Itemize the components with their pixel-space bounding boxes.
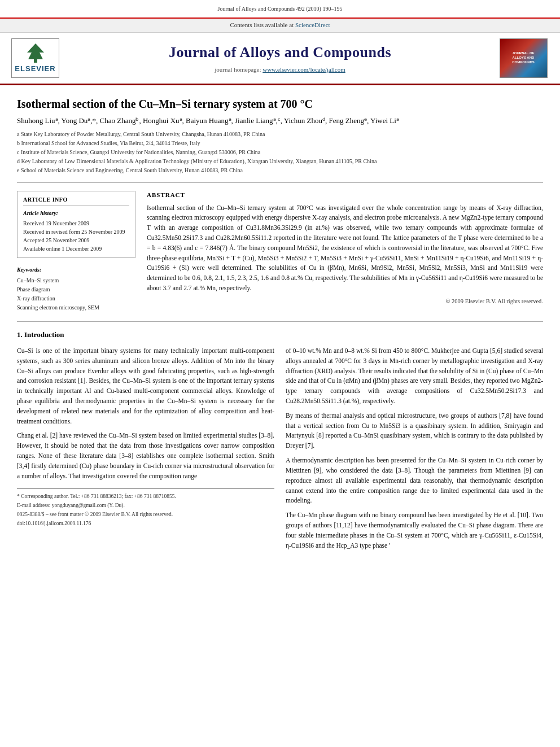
body-col-left: Cu–Si is one of the important binary sys… — [17, 346, 274, 555]
journal-title-text: Journal of Alloys and Compounds — [62, 42, 498, 63]
keyword-4: Scanning electron microscopy, SEM — [17, 303, 135, 312]
elsevier-box: ELSEVIER — [11, 38, 59, 78]
authors-text: Shuhong Liuᵃ, Yong Duᵃ,*, Chao Zhangᵇ, H… — [17, 116, 399, 125]
contents-text: Contents lists available at — [230, 21, 294, 28]
affiliation-a: a State Key Laboratory of Powder Metallu… — [17, 130, 543, 138]
keyword-1: Cu–Mn–Si system — [17, 276, 135, 285]
journal-right-logo: JOURNAL OF ALLOYS AND COMPOUNDS — [498, 38, 549, 78]
body-para4: By means of thermal analysis and optical… — [286, 411, 543, 451]
contents-bar: Contents lists available at ScienceDirec… — [0, 19, 560, 33]
elsevier-tree-svg — [21, 41, 50, 64]
svg-rect-2 — [34, 59, 37, 63]
keywords-label: Keywords: — [17, 266, 135, 274]
journal-main-title: Journal of Alloys and Compounds journal … — [62, 42, 498, 75]
footnote-corresponding: * Corresponding author. Tel.: +86 731 88… — [17, 492, 274, 500]
footnote-area: * Corresponding author. Tel.: +86 731 88… — [17, 488, 274, 528]
affiliations: a State Key Laboratory of Powder Metallu… — [17, 130, 543, 174]
divider-2 — [17, 321, 543, 322]
body-para1: Cu–Si is one of the important binary sys… — [17, 346, 274, 427]
copyright-line: © 2009 Elsevier B.V. All rights reserved… — [147, 297, 543, 305]
divider-1 — [17, 182, 543, 183]
journal-citation: Journal of Alloys and Compounds 492 (201… — [218, 6, 343, 12]
journal-homepage: journal homepage: www.elsevier.com/locat… — [62, 65, 498, 75]
journal-logo-label: JOURNAL OF ALLOYS AND COMPOUNDS — [512, 51, 535, 64]
article-info-box: ARTICLE INFO Article history: Received 1… — [17, 191, 135, 258]
journal-header: Journal of Alloys and Compounds 492 (201… — [0, 0, 560, 19]
body-para6: The Cu–Mn phase diagram with no binary c… — [286, 510, 543, 551]
elsevier-wordmark: ELSEVIER — [15, 64, 55, 75]
affiliation-b: b International School for Advanced Stud… — [17, 139, 543, 147]
body-para5: A thermodynamic description has been pre… — [286, 456, 543, 506]
authors-line: Shuhong Liuᵃ, Yong Duᵃ,*, Chao Zhangᵇ, H… — [17, 116, 543, 126]
abstract-title: ABSTRACT — [147, 191, 543, 200]
available-date: Available online 1 December 2009 — [23, 244, 129, 253]
keyword-2: Phase diagram — [17, 285, 135, 294]
keyword-3: X-ray diffraction — [17, 294, 135, 303]
abstract-section: ABSTRACT Isothermal section of the Cu–Mn… — [147, 191, 543, 305]
article-info-col: ARTICLE INFO Article history: Received 1… — [17, 191, 135, 313]
homepage-link[interactable]: www.elsevier.com/locate/jallcom — [262, 66, 345, 73]
page: Journal of Alloys and Compounds 492 (201… — [0, 0, 560, 747]
section1-heading: 1. Introduction — [17, 330, 543, 340]
journal-title-banner: ELSEVIER Journal of Alloys and Compounds… — [0, 33, 560, 85]
homepage-label: journal homepage: — [215, 66, 261, 73]
footnote-email: E-mail address: yongduyang@gmail.com (Y.… — [17, 501, 274, 509]
elsevier-logo-area: ELSEVIER — [11, 38, 62, 78]
article-history-label: Article history: — [23, 209, 129, 218]
sciencedirect-link[interactable]: ScienceDirect — [295, 21, 330, 28]
keywords-box: Keywords: Cu–Mn–Si system Phase diagram … — [17, 266, 135, 313]
accepted-date: Accepted 25 November 2009 — [23, 236, 129, 244]
journal-logo-box: JOURNAL OF ALLOYS AND COMPOUNDS — [500, 38, 548, 78]
affiliation-d: d Key Laboratory of Low Dimensional Mate… — [17, 157, 543, 165]
received-revised-date: Received in revised form 25 November 200… — [23, 228, 129, 236]
main-content: Isothermal section of the Cu–Mn–Si terna… — [0, 85, 560, 567]
footnote-doi: doi:10.1016/j.jallcom.2009.11.176 — [17, 519, 274, 527]
article-title: Isothermal section of the Cu–Mn–Si terna… — [17, 97, 543, 111]
body-two-col: Cu–Si is one of the important binary sys… — [17, 346, 543, 555]
received-date: Received 19 November 2009 — [23, 219, 129, 228]
affiliation-e: e School of Materials Science and Engine… — [17, 166, 543, 174]
body-para3: of 0–10 wt.% Mn and 0–8 wt.% Si from 450… — [286, 346, 543, 407]
affiliation-c: c Institute of Materials Science, Guangx… — [17, 148, 543, 156]
article-info-abstract-row: ARTICLE INFO Article history: Received 1… — [17, 191, 543, 313]
abstract-text: Isothermal section of the Cu–Mn–Si terna… — [147, 203, 543, 294]
footnote-issn: 0925-8388/$ – see front matter © 2009 El… — [17, 510, 274, 518]
abstract-col: ABSTRACT Isothermal section of the Cu–Mn… — [147, 191, 543, 313]
article-info-title: ARTICLE INFO — [23, 196, 129, 207]
journal-name-small: Journal of Alloys and Compounds 492 (201… — [62, 3, 498, 14]
body-col-right: of 0–10 wt.% Mn and 0–8 wt.% Si from 450… — [286, 346, 543, 555]
body-para2: Chang et al. [2] have reviewed the Cu–Mn… — [17, 431, 274, 481]
